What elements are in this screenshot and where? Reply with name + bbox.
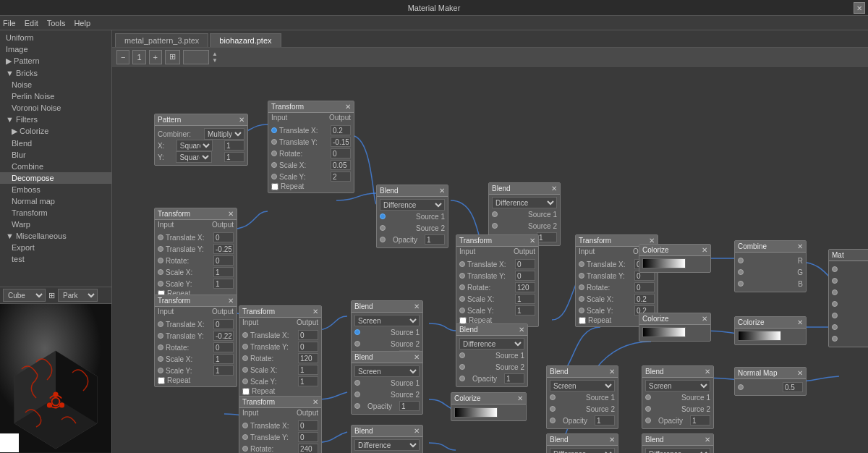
port-icon[interactable] — [158, 281, 163, 287]
zoom-one-button[interactable]: 1 — [132, 50, 145, 64]
port-icon[interactable] — [832, 313, 838, 318]
tx5-input[interactable] — [298, 330, 318, 340]
rot-input[interactable] — [213, 255, 234, 266]
port-icon[interactable] — [459, 273, 465, 279]
menu-help[interactable]: Help — [74, 19, 90, 27]
port-icon[interactable] — [738, 384, 744, 390]
node-transform1-close[interactable]: ✕ — [345, 103, 351, 111]
port-icon[interactable] — [242, 446, 248, 452]
port-icon[interactable] — [738, 281, 744, 287]
tx-input[interactable] — [213, 232, 234, 242]
sx5-input[interactable] — [298, 365, 318, 375]
zoom-input[interactable]: 20 — [183, 50, 209, 64]
x-shape-select[interactable]: Square — [176, 140, 213, 151]
opacity2-input[interactable] — [537, 232, 557, 242]
ty6-input[interactable] — [298, 432, 318, 442]
node-blend2-close[interactable]: ✕ — [551, 185, 557, 192]
sidebar-item-bricks[interactable]: ▼ Bricks — [0, 67, 111, 79]
x-val-input[interactable] — [224, 140, 244, 151]
blend7-opacity[interactable] — [595, 415, 615, 426]
blend5-select[interactable]: Screen — [354, 365, 420, 377]
zoom-in-button[interactable]: + — [149, 50, 162, 64]
port-icon[interactable] — [459, 364, 465, 370]
node-transform3-close[interactable]: ✕ — [529, 237, 535, 245]
node-blend6-close[interactable]: ✕ — [414, 427, 420, 435]
normalmap-val[interactable] — [783, 382, 803, 392]
sidebar-item-misc[interactable]: ▼ Miscellaneous — [0, 230, 111, 242]
port-icon[interactable] — [579, 296, 584, 302]
port-icon[interactable] — [354, 391, 360, 397]
rot3-input[interactable] — [515, 282, 535, 292]
node-colorize4-close[interactable]: ✕ — [797, 318, 803, 326]
port-icon[interactable] — [242, 378, 248, 384]
zoom-up-arrow[interactable]: ▲ — [212, 51, 218, 57]
node-blend5-close[interactable]: ✕ — [414, 353, 420, 361]
node-colorize1-close[interactable]: ✕ — [517, 394, 523, 402]
port-icon[interactable] — [459, 352, 465, 358]
port-icon[interactable] — [242, 344, 248, 350]
repeat5-checkbox[interactable] — [242, 388, 250, 395]
grid-button[interactable]: ⊞ — [165, 50, 180, 64]
port-icon[interactable] — [832, 336, 838, 342]
node-colorize3-close[interactable]: ✕ — [702, 315, 707, 323]
zoom-out-button[interactable]: − — [116, 50, 129, 64]
sy4-input[interactable] — [213, 365, 234, 376]
graph-area[interactable]: .conn { fill:none; stroke:#4488ee; strok… — [112, 67, 868, 453]
y-shape-select[interactable]: Square — [176, 151, 212, 163]
port-icon[interactable] — [271, 151, 277, 156]
menu-edit[interactable]: Edit — [25, 19, 38, 27]
sidebar-item-export[interactable]: Export — [0, 242, 111, 253]
node-blend8-close[interactable]: ✕ — [609, 436, 615, 444]
sy-input[interactable] — [213, 279, 234, 289]
node-transform6-close[interactable]: ✕ — [312, 398, 318, 406]
blend5-opacity[interactable] — [399, 401, 420, 411]
node-pattern-close[interactable]: ✕ — [239, 116, 244, 124]
port-icon[interactable] — [271, 174, 277, 179]
blend4-opacity[interactable] — [504, 373, 524, 384]
blend2-mode-select[interactable]: Difference — [492, 197, 557, 208]
sidebar-item-filters[interactable]: ▼ Filters — [0, 114, 111, 125]
blend4-select[interactable]: Difference — [459, 338, 524, 350]
sidebar-item-pattern[interactable]: ▶ Pattern — [0, 55, 111, 67]
port-icon[interactable] — [832, 301, 838, 307]
port-icon[interactable] — [271, 162, 277, 168]
port-icon[interactable] — [459, 376, 465, 381]
repeat4-checkbox[interactable] — [158, 377, 165, 384]
translate-y-input[interactable] — [331, 137, 351, 147]
menu-tools[interactable]: Tools — [47, 19, 66, 27]
sidebar-item-decompose[interactable]: Decompose — [0, 172, 111, 184]
sidebar-item-blend[interactable]: Blend — [0, 137, 111, 149]
sidebar-item-colorize[interactable]: ▶ Colorize — [0, 125, 111, 137]
sy5-input[interactable] — [298, 376, 318, 386]
port-icon[interactable] — [579, 261, 584, 267]
sidebar-item-voronoi[interactable]: Voronoi Noise — [0, 102, 111, 114]
node-blend1-close[interactable]: ✕ — [439, 187, 445, 195]
shape-select[interactable]: Cube Sphere Plane — [3, 289, 46, 302]
tx6-input[interactable] — [298, 420, 318, 431]
blend7-select[interactable]: Screen — [550, 380, 615, 391]
port-icon[interactable] — [158, 258, 163, 263]
scale-x-input[interactable] — [331, 160, 351, 170]
port-icon[interactable] — [645, 406, 651, 412]
port-icon[interactable] — [380, 213, 386, 219]
port-icon[interactable] — [242, 367, 248, 373]
node-normalmap-close[interactable]: ✕ — [797, 369, 803, 377]
sx4-input[interactable] — [213, 354, 234, 364]
sidebar-item-normalmap[interactable]: Normal map — [0, 195, 111, 207]
repeat-mr-checkbox[interactable] — [579, 317, 586, 324]
port-icon[interactable] — [158, 344, 163, 350]
blend9-select[interactable]: Difference — [645, 448, 710, 453]
port-icon[interactable] — [242, 332, 248, 338]
port-icon[interactable] — [550, 394, 556, 400]
port-icon[interactable] — [158, 333, 163, 339]
port-icon[interactable] — [550, 418, 556, 423]
menu-file[interactable]: File — [3, 19, 16, 27]
port-icon[interactable] — [492, 223, 498, 229]
rotmr-input[interactable] — [634, 282, 655, 292]
sidebar-item-test[interactable]: test — [0, 253, 111, 265]
port-icon[interactable] — [832, 324, 838, 330]
port-icon[interactable] — [354, 329, 360, 335]
sidebar-item-perlin[interactable]: Perlin Noise — [0, 90, 111, 102]
port-icon[interactable] — [380, 237, 386, 242]
port-icon[interactable] — [645, 418, 651, 423]
